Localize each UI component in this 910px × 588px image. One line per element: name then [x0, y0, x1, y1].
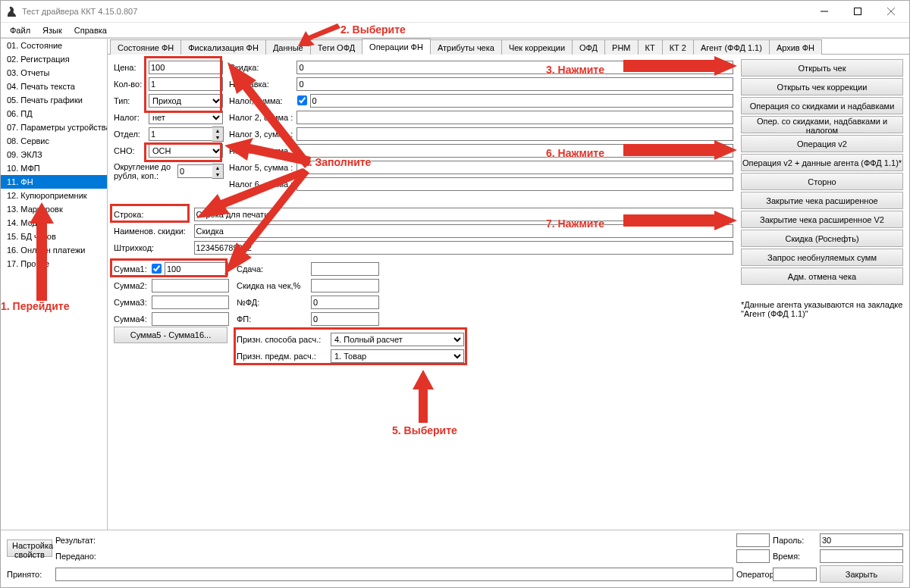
sidebar-item[interactable]: 16. Онлайн платежи	[1, 243, 107, 257]
sidebar-item[interactable]: 17. Прочее	[1, 257, 107, 271]
barcode-input[interactable]	[194, 241, 734, 255]
price-input[interactable]	[149, 61, 223, 74]
menu-help[interactable]: Справка	[68, 25, 113, 36]
taxsum-label: Налог, сумма:	[229, 96, 297, 105]
sidebar-item[interactable]: 11. ФН	[1, 175, 107, 189]
tab[interactable]: КТ 2	[662, 39, 694, 55]
action-button[interactable]: Операция v2	[741, 135, 903, 152]
tab[interactable]: Атрибуты чека	[430, 39, 502, 55]
action-button[interactable]: Открыть чек	[741, 59, 903, 77]
dept-spinner[interactable]: ▲▼	[212, 127, 224, 142]
action-button[interactable]: Операция со скидками и надбавками	[741, 97, 903, 114]
maximize-button[interactable]	[841, 1, 874, 22]
taxsum-check[interactable]	[297, 95, 307, 105]
tax6-input[interactable]	[297, 177, 733, 191]
tax3-input[interactable]	[297, 127, 733, 141]
pay-select[interactable]: 4. Полный расчет	[331, 333, 464, 346]
time-input[interactable]	[820, 549, 903, 563]
change-input[interactable]	[311, 262, 379, 276]
tab[interactable]: РНМ	[604, 39, 638, 55]
fp-input[interactable]	[311, 312, 379, 326]
sidebar-item[interactable]: 03. Отчеты	[1, 66, 107, 80]
tab[interactable]: Фискализация ФН	[180, 39, 266, 55]
tax-select[interactable]: нет	[149, 111, 223, 124]
tab[interactable]: Операции ФН	[362, 39, 431, 55]
close-button[interactable]	[874, 1, 908, 22]
fdnum-input[interactable]	[311, 296, 379, 309]
action-button[interactable]: Запрос необнуляемых сумм	[741, 249, 903, 266]
round-input[interactable]	[177, 164, 212, 178]
sidebar-item[interactable]: 15. БД чеков	[1, 230, 107, 243]
tax4-input[interactable]	[297, 144, 733, 158]
qty-input[interactable]	[149, 77, 223, 91]
sum4-input[interactable]	[152, 312, 229, 326]
anno-5: 5. Выберите	[392, 424, 457, 436]
sent-input[interactable]	[736, 549, 770, 563]
sno-label: СНО:	[114, 146, 149, 155]
sidebar-item[interactable]: 09. ЭКЛЗ	[1, 148, 107, 161]
sidebar-item[interactable]: 07. Параметры устройства	[1, 120, 107, 134]
action-button[interactable]: Адм. отмена чека	[741, 267, 903, 285]
tab[interactable]: Агент (ФФД 1.1)	[693, 39, 770, 55]
namedisc-input[interactable]	[194, 224, 734, 238]
sum-more-button[interactable]: Сумма5 - Сумма16...	[114, 327, 228, 343]
taxsum-input[interactable]	[310, 94, 733, 108]
sidebar-item[interactable]: 14. Модем	[1, 216, 107, 230]
sidebar-item[interactable]: 05. Печать графики	[1, 93, 107, 107]
sidebar-item[interactable]: 01. Состояние	[1, 39, 107, 52]
subj-select[interactable]: 1. Товар	[331, 349, 464, 363]
action-button[interactable]: Открыть чек коррекции	[741, 78, 903, 95]
sno-select[interactable]: ОСН	[149, 144, 223, 158]
minimize-button[interactable]	[808, 1, 841, 22]
sidebar: 01. Состояние02. Регистрация03. Отчеты04…	[1, 39, 108, 530]
close-app-button[interactable]: Закрыть	[820, 565, 903, 583]
sidebar-item[interactable]: 02. Регистрация	[1, 52, 107, 66]
settings-button[interactable]: Настройка свойств	[7, 540, 52, 557]
action-button[interactable]: Закрытие чека расширенное	[741, 192, 903, 209]
menu-lang[interactable]: Язык	[36, 25, 68, 36]
sidebar-item[interactable]: 04. Печать текста	[1, 80, 107, 93]
sum1-input[interactable]	[165, 262, 228, 276]
sum1-check[interactable]	[152, 264, 162, 274]
tax2-label: Налог 2, сумма :	[229, 113, 297, 122]
tabs: Состояние ФНФискализация ФНДанныеТеги ОФ…	[108, 39, 909, 55]
type-select[interactable]: Приход	[149, 94, 223, 108]
subj-label: Призн. предм. расч.:	[237, 352, 331, 361]
tab[interactable]: Теги ОФД	[310, 39, 362, 55]
sidebar-item[interactable]: 08. Сервис	[1, 134, 107, 148]
type-label: Тип:	[114, 96, 149, 105]
sidebar-item[interactable]: 10. МФП	[1, 161, 107, 175]
pass-input[interactable]	[820, 533, 903, 547]
sum2-input[interactable]	[152, 279, 229, 292]
tab[interactable]: КТ	[638, 39, 663, 55]
stroka-input[interactable]	[194, 208, 734, 221]
sidebar-item[interactable]: 13. Маркировк	[1, 202, 107, 216]
sum1-label: Сумма1:	[114, 264, 152, 274]
sidebar-item[interactable]: 06. ПД	[1, 107, 107, 120]
result-input[interactable]	[736, 533, 770, 547]
action-button[interactable]: Сторно	[741, 173, 903, 190]
buttons-column: Открыть чекОткрыть чек коррекцииОперация…	[741, 59, 903, 286]
tax2-input[interactable]	[297, 111, 733, 124]
tab[interactable]: Данные	[265, 39, 311, 55]
sidebar-item[interactable]: 12. Купюроприемник	[1, 189, 107, 202]
action-button[interactable]: Закрытие чека расширенное V2	[741, 211, 903, 228]
action-button[interactable]: Скидка (Роснефть)	[741, 230, 903, 247]
oper-input[interactable]	[773, 568, 817, 581]
sum3-input[interactable]	[152, 296, 229, 309]
menu-file[interactable]: Файл	[4, 25, 36, 36]
tab[interactable]: ОФД	[572, 39, 605, 55]
round-spinner[interactable]: ▲▼	[212, 164, 224, 179]
tab[interactable]: Чек коррекции	[501, 39, 573, 55]
action-button[interactable]: Операция v2 + данные агента (ФФД 1.1)*	[741, 154, 903, 171]
tax3-label: Налог 3, сумма :	[229, 130, 297, 139]
action-button[interactable]: Опер. со скидками, надбавками и налогом	[741, 116, 903, 133]
tab[interactable]: Архив ФН	[769, 39, 822, 55]
tax5-input[interactable]	[297, 161, 733, 174]
dept-input[interactable]	[149, 127, 212, 141]
discchk-input[interactable]	[311, 279, 379, 292]
recv-input[interactable]	[55, 568, 733, 581]
tab[interactable]: Состояние ФН	[110, 39, 181, 55]
disc-input[interactable]	[297, 61, 733, 74]
surch-input[interactable]	[297, 77, 733, 91]
